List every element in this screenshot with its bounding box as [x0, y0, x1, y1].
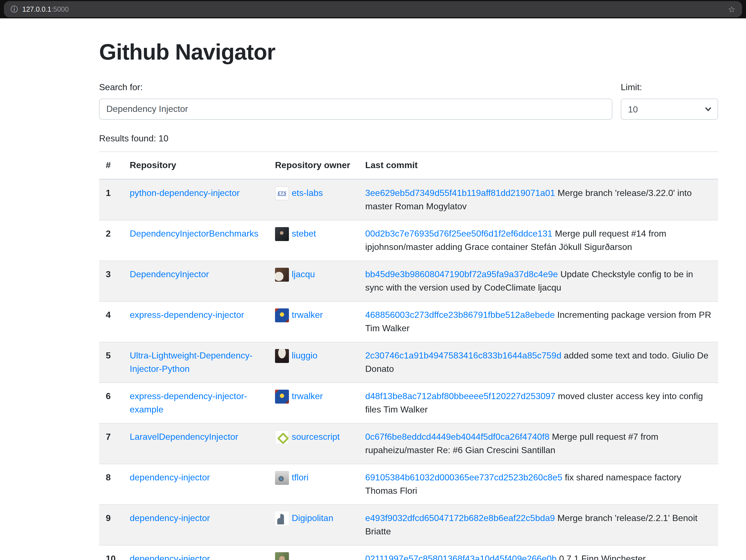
row-number: 5 [99, 342, 123, 383]
repository-link[interactable]: DependencyInjector [130, 269, 209, 279]
column-header-owner: Repository owner [268, 152, 358, 179]
owner-avatar [275, 268, 289, 282]
commit-hash-link[interactable]: 02111997e57c85801368f43a10d45f409e266e0b [365, 554, 557, 560]
repository-link[interactable]: dependency-injector [130, 554, 210, 560]
browser-window: ⓘ 127.0.0.1 :5000 ☆ Github Navigator Sea… [0, 0, 746, 560]
table-row: 3 DependencyInjector ljacqu bb45d9e3b986… [99, 261, 718, 301]
browser-chrome: ⓘ 127.0.0.1 :5000 ☆ [0, 0, 746, 18]
commit-hash-link[interactable]: 69105384b61032d000365ee737cd2523b260c8e5 [365, 473, 562, 482]
url-bar[interactable]: ⓘ 127.0.0.1 :5000 ☆ [4, 1, 742, 17]
owner-cell: ETSets-labs [268, 179, 358, 220]
limit-label: Limit: [621, 81, 718, 94]
repository-link[interactable]: LaravelDependencyInjector [130, 432, 238, 441]
commit-hash-link[interactable]: 3ee629eb5d7349d55f41b119aff81dd219071a01 [365, 188, 555, 198]
page-content: Github Navigator Search for: Limit: 10 R… [99, 18, 718, 560]
commit-hash-link[interactable]: e493f9032dfcd65047172b682e8b6eaf22c5bda9 [365, 513, 555, 523]
owner-cell: liuggio [268, 342, 358, 383]
row-number: 1 [99, 179, 123, 220]
table-row: 9 dependency-injector Digipolitan e493f9… [99, 505, 718, 545]
commit-hash-link[interactable]: d48f13be8ac712abf80bbeeee5f120227d253097 [365, 391, 555, 401]
owner-avatar [275, 349, 289, 363]
owner-cell: FinnWinchester [268, 545, 358, 560]
owner-link[interactable]: trwalker [292, 391, 323, 401]
table-row: 7 LaravelDependencyInjector sourcescript… [99, 423, 718, 464]
repository-cell: LaravelDependencyInjector [123, 423, 268, 464]
commit-cell: 3ee629eb5d7349d55f41b119aff81dd219071a01… [358, 179, 718, 220]
commit-hash-link[interactable]: 468856003c273dffce23b86791fbbe512a8ebede [365, 310, 555, 320]
repository-link[interactable]: DependencyInjectorBenchmarks [130, 229, 258, 238]
owner-avatar [275, 431, 289, 444]
owner-link[interactable]: stebet [292, 229, 316, 238]
row-number: 6 [99, 383, 123, 423]
repository-link[interactable]: python-dependency-injector [130, 188, 240, 198]
owner-link[interactable]: sourcescript [292, 432, 340, 441]
repository-link[interactable]: express-dependency-injector [130, 310, 244, 320]
commit-cell: 69105384b61032d000365ee737cd2523b260c8e5… [358, 464, 718, 505]
search-label: Search for: [99, 81, 612, 94]
owner-avatar [275, 390, 289, 404]
commit-cell: 468856003c273dffce23b86791fbbe512a8ebede… [358, 301, 718, 342]
commit-cell: e493f9032dfcd65047172b682e8b6eaf22c5bda9… [358, 505, 718, 545]
owner-avatar [275, 553, 289, 560]
owner-avatar [275, 309, 289, 323]
url-host: 127.0.0.1 [22, 5, 51, 13]
repository-cell: python-dependency-injector [123, 179, 268, 220]
page-title: Github Navigator [99, 38, 718, 65]
row-number: 9 [99, 505, 123, 545]
table-row: 10 dependency-injector FinnWinchester 02… [99, 545, 718, 560]
owner-cell: trwalker [268, 383, 358, 423]
commit-cell: 0c67f6be8eddcd4449eb4044f5df0ca26f4740f8… [358, 423, 718, 464]
commit-hash-link[interactable]: 0c67f6be8eddcd4449eb4044f5df0ca26f4740f8 [365, 432, 549, 441]
owner-cell: tflori [268, 464, 358, 505]
repository-link[interactable]: express-dependency-injector-example [130, 391, 247, 414]
row-number: 3 [99, 261, 123, 301]
table-row: 4 express-dependency-injector trwalker 4… [99, 301, 718, 342]
owner-link[interactable]: ljacqu [292, 269, 315, 279]
row-number: 8 [99, 464, 123, 505]
column-header-last-commit: Last commit [358, 152, 718, 179]
owner-cell: Digipolitan [268, 505, 358, 545]
repository-link[interactable]: dependency-injector [130, 513, 210, 523]
search-input[interactable] [99, 98, 612, 120]
commit-cell: d48f13be8ac712abf80bbeeee5f120227d253097… [358, 383, 718, 423]
owner-link[interactable]: tflori [292, 473, 309, 482]
limit-select[interactable]: 10 [621, 98, 718, 120]
table-row: 6 express-dependency-injector-example tr… [99, 383, 718, 423]
table-row: 1 python-dependency-injector ETSets-labs… [99, 179, 718, 220]
repository-link[interactable]: Ultra-Lightweight-Dependency-Injector-Py… [130, 351, 253, 374]
column-header-repository: Repository [123, 152, 268, 179]
owner-avatar: ETS [275, 187, 289, 201]
row-number: 10 [99, 545, 123, 560]
owner-avatar [275, 512, 289, 526]
results-table-body: 1 python-dependency-injector ETSets-labs… [99, 179, 718, 560]
table-row: 8 dependency-injector tflori 69105384b61… [99, 464, 718, 505]
owner-link[interactable]: ets-labs [292, 188, 323, 198]
repository-link[interactable]: dependency-injector [130, 473, 210, 482]
commit-cell: bb45d9e3b98608047190bf72a95fa9a37d8c4e9e… [358, 261, 718, 301]
commit-hash-link[interactable]: 00d2b3c7e76935d76f25ee50f6d1f2ef6ddce131 [365, 229, 552, 238]
repository-cell: DependencyInjector [123, 261, 268, 301]
bookmark-star-icon[interactable]: ☆ [728, 5, 736, 13]
results-count: Results found: 10 [99, 132, 718, 145]
repository-cell: DependencyInjectorBenchmarks [123, 220, 268, 261]
repository-cell: dependency-injector [123, 505, 268, 545]
repository-cell: Ultra-Lightweight-Dependency-Injector-Py… [123, 342, 268, 383]
table-row: 2 DependencyInjectorBenchmarks stebet 00… [99, 220, 718, 261]
owner-link[interactable]: trwalker [292, 310, 323, 320]
commit-cell: 02111997e57c85801368f43a10d45f409e266e0b… [358, 545, 718, 560]
commit-hash-link[interactable]: 2c30746c1a91b4947583416c833b1644a85c759d [365, 351, 562, 360]
table-row: 5 Ultra-Lightweight-Dependency-Injector-… [99, 342, 718, 383]
commit-hash-link[interactable]: bb45d9e3b98608047190bf72a95fa9a37d8c4e9e [365, 269, 558, 279]
url-port: :5000 [51, 5, 69, 13]
commit-cell: 2c30746c1a91b4947583416c833b1644a85c759d… [358, 342, 718, 383]
repository-cell: dependency-injector [123, 545, 268, 560]
repository-cell: express-dependency-injector-example [123, 383, 268, 423]
search-form: Search for: Limit: 10 [99, 81, 718, 120]
owner-link[interactable]: Digipolitan [292, 513, 333, 523]
owner-avatar [275, 471, 289, 485]
info-icon[interactable]: ⓘ [10, 6, 18, 13]
row-number: 2 [99, 220, 123, 261]
owner-link[interactable]: liuggio [292, 351, 318, 360]
owner-cell: ljacqu [268, 261, 358, 301]
owner-cell: trwalker [268, 301, 358, 342]
